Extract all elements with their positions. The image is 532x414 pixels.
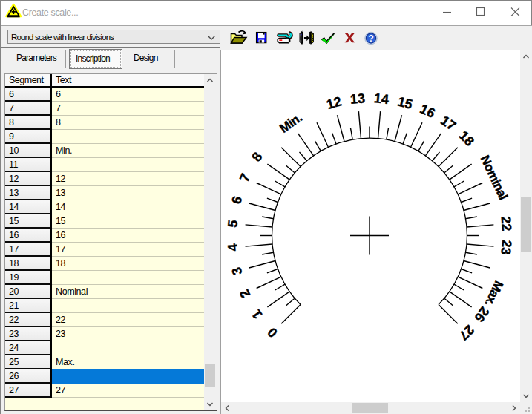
- svg-text:5: 5: [225, 220, 240, 229]
- svg-text:14: 14: [373, 91, 390, 107]
- svg-text:16: 16: [418, 102, 438, 122]
- svg-text:Min.: Min.: [277, 111, 304, 136]
- svg-text:8: 8: [249, 150, 265, 165]
- svg-text:13: 13: [349, 91, 366, 107]
- svg-text:12: 12: [325, 94, 344, 113]
- svg-text:17: 17: [438, 113, 459, 134]
- svg-text:Max.: Max.: [482, 278, 506, 308]
- svg-text:22: 22: [498, 216, 514, 232]
- svg-text:26: 26: [472, 304, 493, 325]
- svg-text:6: 6: [229, 194, 245, 206]
- svg-text:27: 27: [456, 322, 477, 343]
- svg-text:0: 0: [265, 325, 280, 341]
- svg-text:4: 4: [225, 243, 240, 252]
- svg-text:?: ?: [368, 33, 374, 44]
- svg-text:7: 7: [237, 171, 253, 185]
- svg-text:Nominal: Nominal: [478, 153, 510, 202]
- svg-text:3: 3: [229, 266, 245, 277]
- svg-text:18: 18: [456, 128, 477, 149]
- svg-text:2: 2: [237, 287, 253, 300]
- svg-text:23: 23: [498, 240, 514, 256]
- svg-text:1: 1: [249, 307, 265, 322]
- svg-text:15: 15: [396, 94, 415, 113]
